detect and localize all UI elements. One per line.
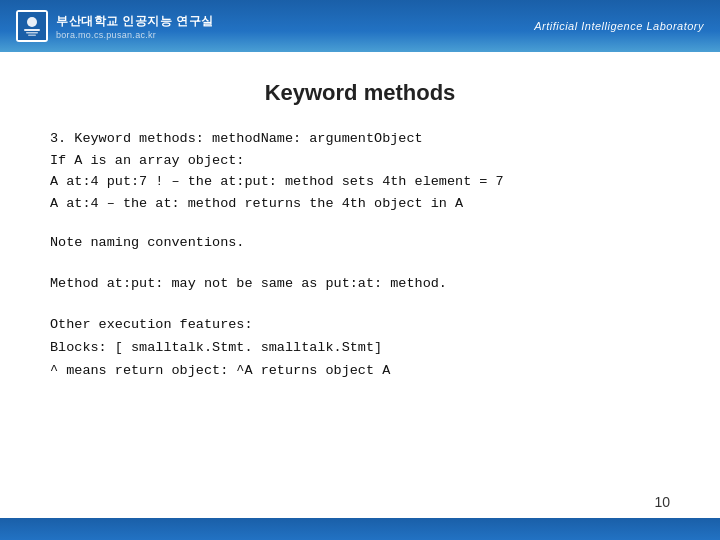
header: 부산대학교 인공지능 연구실 bora.mo.cs.pusan.ac.kr Ar… bbox=[0, 0, 720, 52]
svg-rect-2 bbox=[24, 29, 40, 31]
footer-bar bbox=[0, 518, 720, 540]
svg-point-1 bbox=[27, 17, 37, 27]
code-line-2: If A is an array object: bbox=[50, 150, 670, 172]
header-title-kr: 부산대학교 인공지능 연구실 bbox=[56, 13, 214, 30]
header-text: 부산대학교 인공지능 연구실 bora.mo.cs.pusan.ac.kr bbox=[56, 13, 214, 40]
svg-rect-4 bbox=[28, 35, 36, 37]
note-line-2: Method at:put: may not be same as put:at… bbox=[50, 273, 670, 296]
svg-rect-3 bbox=[26, 32, 38, 34]
other-block: Other execution features: Blocks: [ smal… bbox=[50, 314, 670, 383]
other-line-2: ^ means return object: ^A returns object… bbox=[50, 360, 670, 383]
main-content: Keyword methods 3. Keyword methods: meth… bbox=[0, 52, 720, 431]
header-left: 부산대학교 인공지능 연구실 bora.mo.cs.pusan.ac.kr bbox=[16, 10, 214, 42]
code-block-main: 3. Keyword methods: methodName: argument… bbox=[50, 128, 670, 214]
code-line-1: 3. Keyword methods: methodName: argument… bbox=[50, 128, 670, 150]
code-line-3: A at:4 put:7 ! – the at:put: method sets… bbox=[50, 171, 670, 193]
page-number: 10 bbox=[654, 494, 670, 510]
header-subtitle: bora.mo.cs.pusan.ac.kr bbox=[56, 30, 214, 40]
other-title: Other execution features: bbox=[50, 314, 670, 337]
note-block-1: Note naming conventions. bbox=[50, 232, 670, 255]
header-right: Artificial Intelligence Laboratory bbox=[534, 20, 704, 32]
other-line-1: Blocks: [ smalltalk.Stmt. smalltalk.Stmt… bbox=[50, 337, 670, 360]
note-line-1: Note naming conventions. bbox=[50, 232, 670, 255]
code-line-4: A at:4 – the at: method returns the 4th … bbox=[50, 193, 670, 215]
slide-title: Keyword methods bbox=[50, 80, 670, 106]
note-block-2: Method at:put: may not be same as put:at… bbox=[50, 273, 670, 296]
header-logo bbox=[16, 10, 48, 42]
